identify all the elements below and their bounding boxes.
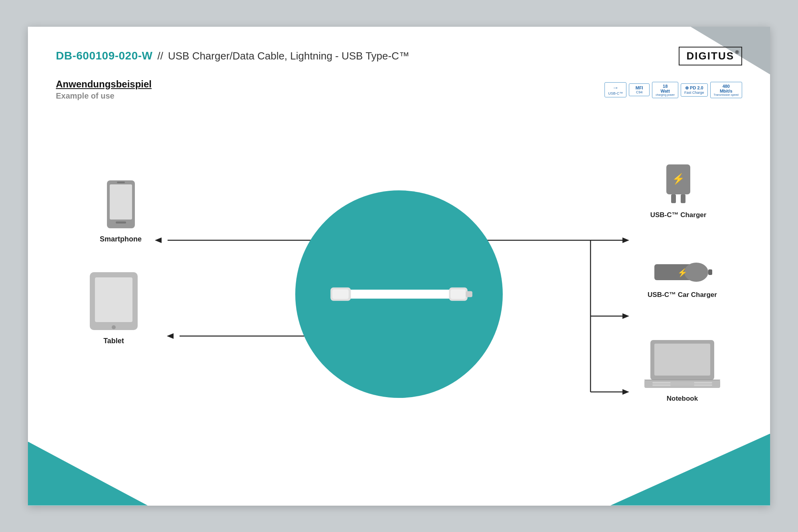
teal-circle [295,190,503,398]
svg-marker-7 [622,237,629,243]
svg-rect-32 [708,269,712,275]
badge-row: → USB-C™ MFI C94 18 Watt charging power … [604,82,742,98]
svg-text:⚡: ⚡ [678,268,687,277]
svg-rect-28 [671,194,676,203]
svg-text:⚡: ⚡ [672,172,685,185]
device-smartphone: Smartphone [100,178,142,243]
product-description: USB Charger/Data Cable, Lightning - USB … [168,50,409,62]
product-id: DB-600109-020-W [56,49,153,62]
svg-rect-29 [681,194,685,203]
svg-rect-20 [110,184,132,220]
svg-point-31 [684,263,708,282]
svg-rect-22 [117,182,125,183]
car-charger-icon: ⚡ [652,258,712,286]
usbc-charger-icon: ⚡ [660,162,696,206]
svg-marker-12 [622,389,629,395]
smartphone-icon [105,178,137,230]
badge-mfi: MFI C94 [629,83,650,96]
badge-18watt: 18 Watt charging power [652,82,678,98]
badge-speed: 480 Mbit/s Transmission speed [710,82,742,98]
tablet-label: Tablet [88,337,140,345]
header: DB-600109-020-W // USB Charger/Data Cabl… [56,47,742,65]
digitus-logo: DIGITUS® [679,47,742,65]
svg-rect-21 [116,222,126,223]
svg-rect-15 [332,289,349,299]
device-car-charger: ⚡ USB-C™ Car Charger [638,258,726,299]
section-title-english: Example of use [56,91,152,101]
svg-rect-35 [654,344,710,376]
product-title: DB-600109-020-W // USB Charger/Data Cabl… [56,49,409,62]
svg-rect-18 [466,291,472,297]
device-tablet: Tablet [88,270,140,345]
usbc-charger-label: USB-C™ Charger [638,211,718,219]
svg-point-25 [112,325,116,329]
section-title: Anwendungsbeispiel Example of use [56,79,152,101]
svg-rect-17 [450,289,466,299]
device-notebook: Notebook [634,338,730,403]
svg-marker-3 [167,333,174,339]
section-title-german: Anwendungsbeispiel [56,79,152,90]
notebook-icon [642,338,722,390]
badge-pd: ⊕ PD 2.0 Fast Charge [681,83,708,97]
svg-rect-39 [670,382,694,386]
car-charger-label: USB-C™ Car Charger [638,291,726,299]
svg-marker-1 [155,237,162,243]
badge-usbc: → USB-C™ [604,82,626,97]
svg-rect-24 [95,277,132,322]
smartphone-label: Smartphone [100,235,142,243]
tablet-icon [88,270,140,332]
notebook-label: Notebook [634,395,730,403]
svg-rect-13 [344,289,455,298]
page-container: DB-600109-020-W // USB Charger/Data Cabl… [28,27,770,506]
diagram: Smartphone Tablet ⚡ USB-C™ Charger [56,115,742,474]
product-separator: // [158,50,163,62]
device-usbc-charger: ⚡ USB-C™ Charger [638,162,718,219]
svg-marker-9 [622,313,629,319]
